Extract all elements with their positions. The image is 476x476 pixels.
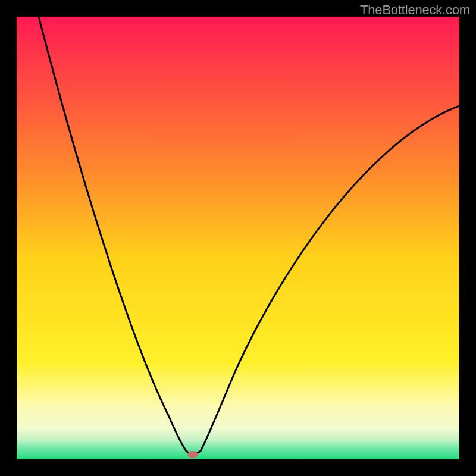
chart-frame: TheBottleneck.com [0,0,476,476]
gradient-background [17,17,459,459]
optimum-marker [187,451,198,458]
watermark-text: TheBottleneck.com [360,2,470,18]
bottleneck-chart [17,17,459,459]
